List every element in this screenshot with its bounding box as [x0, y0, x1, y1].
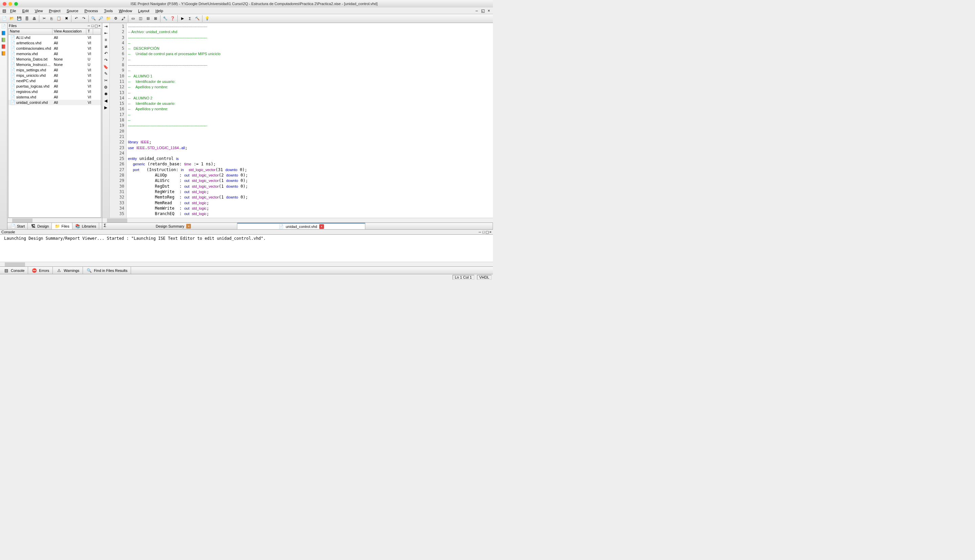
file-row[interactable]: 📄 registros.vhdAllVI	[8, 89, 101, 94]
tab-unidad-control[interactable]: 📄 unidad_control.vhd ×	[237, 223, 365, 229]
help-icon[interactable]: ❓	[169, 15, 176, 22]
implement-icon[interactable]: 🔨	[194, 15, 201, 22]
mdi-minimize-icon[interactable]: –	[474, 8, 479, 13]
view-reports-icon[interactable]: 📕	[1, 44, 7, 49]
indent-left-icon[interactable]: ⇤	[103, 30, 109, 36]
file-row[interactable]: 📄 aritmeticos.vhdAllVI	[8, 40, 101, 46]
lightbulb-icon[interactable]: 💡	[204, 15, 211, 22]
bottom-tab-errors[interactable]: ⛔Errors	[28, 267, 53, 274]
redo-edit-icon[interactable]: ↷	[103, 57, 109, 63]
console-output[interactable]: Launching Design Summary/Report Viewer..…	[0, 235, 493, 262]
col-type[interactable]: T	[86, 29, 93, 35]
menu-edit[interactable]: Edit	[20, 8, 32, 13]
redo-icon[interactable]: ↷	[80, 15, 87, 22]
menu-help[interactable]: Help	[153, 8, 166, 13]
left-tab-design[interactable]: 🏗Design	[28, 223, 52, 230]
comment-icon[interactable]: ≡	[103, 37, 109, 43]
editor-hscroll[interactable]	[102, 218, 493, 223]
mdi-close-icon[interactable]: ×	[486, 8, 492, 13]
menu-source[interactable]: Source	[64, 8, 81, 13]
col-view[interactable]: View Association	[52, 29, 86, 35]
indent-right-icon[interactable]: ⇥	[103, 24, 109, 29]
tab-design-summary[interactable]: Design Summary ×	[110, 223, 237, 229]
menu-window[interactable]: Window	[116, 8, 135, 13]
file-row[interactable]: 📄 sistema.vhdAllVI	[8, 94, 101, 100]
menu-file[interactable]: File	[7, 8, 19, 13]
close-window-icon[interactable]	[3, 2, 7, 6]
file-row[interactable]: 📄 puertas_logicas.vhdAllVI	[8, 83, 101, 89]
console-max-icon[interactable]: ▢	[485, 230, 489, 234]
col-name[interactable]: Name	[8, 29, 52, 35]
console-close-icon[interactable]: ×	[490, 230, 492, 234]
file-row[interactable]: 📄 nextPC.vhdAllVI	[8, 78, 101, 83]
file-row[interactable]: 📄 Memoria_Datos.txtNoneU	[8, 57, 101, 62]
menu-tools[interactable]: Tools	[101, 8, 115, 13]
tab-summary-icon[interactable]: Σ	[102, 223, 110, 229]
panel-hscroll[interactable]	[7, 218, 102, 223]
menu-view[interactable]: View	[32, 8, 46, 13]
layout1-icon[interactable]: ▭	[130, 15, 136, 22]
paste-icon[interactable]: 📋	[55, 15, 62, 22]
wrench-icon[interactable]: 🔧	[162, 15, 169, 22]
sigma-icon[interactable]: Σ	[187, 15, 193, 22]
cut-icon[interactable]: ✂	[41, 15, 47, 22]
copy-icon[interactable]: ⎘	[48, 15, 55, 22]
new-file-icon[interactable]: 📄	[1, 15, 8, 22]
panel-float-icon[interactable]: □	[91, 24, 94, 28]
cut-edit-icon[interactable]: ✂	[103, 78, 109, 83]
uncomment-icon[interactable]: ≢	[103, 44, 109, 49]
file-row[interactable]: 📄 memoria.vhdAllVI	[8, 51, 101, 57]
mdi-restore-icon[interactable]: ◱	[480, 8, 485, 13]
delete-icon[interactable]: ✖	[63, 15, 70, 22]
minimize-window-icon[interactable]	[8, 2, 12, 6]
highlight-icon[interactable]: 🖍	[120, 15, 127, 22]
panel-close-icon[interactable]: ×	[99, 24, 100, 28]
code-editor[interactable]: ----------------------------------------…	[127, 23, 493, 218]
nav-fwd-icon[interactable]: ▶	[103, 105, 109, 110]
left-tab-start[interactable]: 📄Start	[7, 223, 28, 230]
layout4-icon[interactable]: ⊞	[152, 15, 159, 22]
cog-icon[interactable]: ⚙	[103, 85, 109, 90]
panel-max-icon[interactable]: ▢	[94, 24, 98, 28]
pencil-icon[interactable]: ✎	[103, 71, 109, 77]
left-tab-files[interactable]: 📁Files	[52, 223, 72, 230]
console-float-icon[interactable]: □	[482, 230, 485, 234]
find-files-icon[interactable]: 🔎	[97, 15, 104, 22]
view-constraints-icon[interactable]: 📗	[1, 37, 7, 43]
view-lib-icon[interactable]: 📙	[1, 51, 7, 56]
console-hscroll[interactable]	[0, 262, 493, 267]
menu-project[interactable]: Project	[46, 8, 63, 13]
menu-layout[interactable]: Layout	[135, 8, 152, 13]
star-icon[interactable]: ✱	[103, 91, 109, 97]
close-tab-icon[interactable]: ×	[319, 224, 324, 229]
save-icon[interactable]: 💾	[16, 15, 23, 22]
close-tab-icon[interactable]: ×	[186, 224, 191, 228]
file-row[interactable]: 📄 ALU.vhdAllVI	[8, 35, 101, 40]
bottom-tab-warnings[interactable]: ⚠Warnings	[53, 267, 83, 274]
undo-icon[interactable]: ↶	[73, 15, 80, 22]
run-icon[interactable]: ▶	[179, 15, 186, 22]
save-all-icon[interactable]: 🗄	[23, 15, 30, 22]
maximize-window-icon[interactable]	[14, 2, 18, 6]
file-row[interactable]: 📄 mips_settings.vhdAllVI	[8, 67, 101, 73]
panel-dock-icon[interactable]: ↔	[87, 24, 91, 28]
bottom-tab-console[interactable]: ▤Console	[0, 267, 28, 274]
file-row[interactable]: 📄 Memoria_Instruccio...NoneU	[8, 62, 101, 67]
file-table[interactable]: Name View Association T 📄 ALU.vhdAllVI📄 …	[8, 28, 101, 218]
view-sources-icon[interactable]: 📄	[1, 24, 7, 29]
console-dock-icon[interactable]: ↔	[478, 230, 482, 234]
undo-edit-icon[interactable]: ↶	[103, 51, 109, 56]
view-design-icon[interactable]: 📘	[1, 30, 7, 36]
project-browser-icon[interactable]: 📁	[105, 15, 112, 22]
layout3-icon[interactable]: ⊟	[145, 15, 151, 22]
bookmark-icon[interactable]: 🔖	[103, 64, 109, 70]
file-row[interactable]: 📄 combinacionales.vhdAllVI	[8, 46, 101, 51]
nav-back-icon[interactable]: ◀	[103, 98, 109, 103]
file-row[interactable]: 📄 unidad_control.vhdAllVI	[8, 100, 101, 105]
bottom-tab-find-in-files-results[interactable]: 🔍Find in Files Results	[83, 267, 131, 274]
layout2-icon[interactable]: ◫	[137, 15, 144, 22]
menu-process[interactable]: Process	[82, 8, 101, 13]
find-icon[interactable]: 🔍	[90, 15, 97, 22]
print-icon[interactable]: 🖶	[31, 15, 38, 22]
left-tab-libraries[interactable]: 📚Libraries	[72, 223, 99, 230]
